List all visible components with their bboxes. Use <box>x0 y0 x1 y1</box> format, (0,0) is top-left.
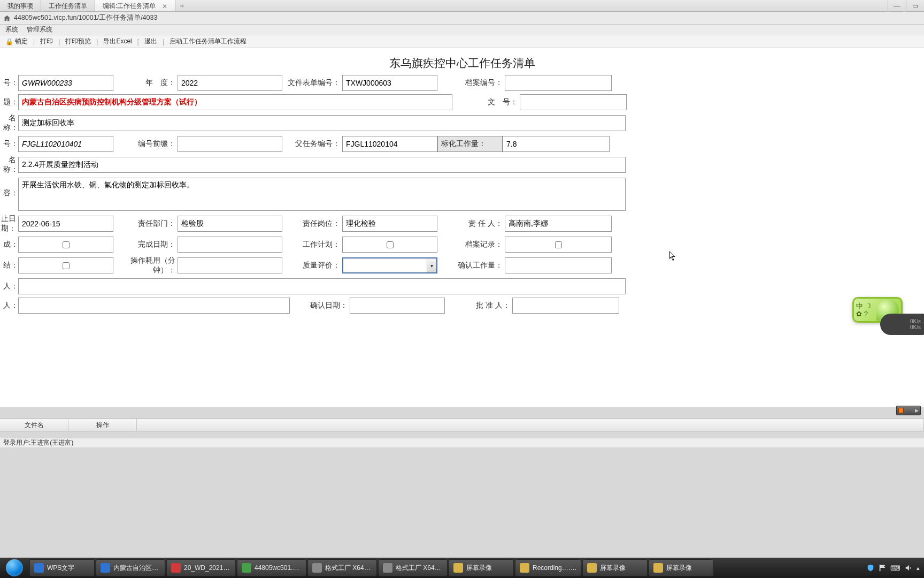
tray-flag-icon[interactable] <box>879 564 886 572</box>
input-biaoti[interactable] <box>18 94 452 110</box>
taskbar-item[interactable]: 屏幕录像 <box>449 559 514 576</box>
window-minimize[interactable]: — <box>888 0 906 12</box>
input-czh[interactable] <box>178 257 282 273</box>
app-icon <box>587 563 597 573</box>
input-bhgzl[interactable] <box>503 136 610 152</box>
input-mingcheng[interactable] <box>18 115 626 131</box>
input-qrgzl[interactable] <box>505 257 612 273</box>
taskbar-label: 20_WD_2021002… <box>184 564 231 572</box>
input-ren2[interactable] <box>18 298 290 314</box>
label-gzjh: 工作计划： <box>282 240 342 249</box>
speed-up: 0K/s <box>910 318 921 324</box>
taskbar-item[interactable]: Recording……. <box>515 559 581 576</box>
print-preview-button[interactable]: 打印预览 <box>62 36 94 47</box>
label-neirong: 容： <box>3 178 18 198</box>
tab-my-items[interactable]: 我的事项 <box>0 0 41 11</box>
input-bianhao2[interactable] <box>18 136 113 152</box>
print-button[interactable]: 打印 <box>37 36 56 47</box>
app-icon <box>453 563 463 573</box>
input-wcrq[interactable] <box>178 237 282 253</box>
input-danganbh[interactable] <box>505 75 612 91</box>
chevron-right-icon: ▶ <box>915 408 919 413</box>
taskbar-label: 内蒙古自治区疾… <box>113 564 160 573</box>
checkbox-dajl[interactable] <box>505 237 612 253</box>
textarea-neirong[interactable]: 开展生活饮用水铁、铜、氟化物的测定加标回收率。 <box>18 178 626 211</box>
network-widget[interactable]: ▶ <box>896 406 921 415</box>
separator-icon: | <box>95 38 99 45</box>
taskbar-item[interactable]: 屏幕录像 <box>582 559 648 576</box>
separator-icon: | <box>32 38 36 45</box>
menu-mgmt-system[interactable]: 管理系统 <box>22 25 57 34</box>
col-filename[interactable]: 文件名 <box>0 419 68 431</box>
label-ren2: 人： <box>3 301 18 310</box>
attachment-grid-header: 文件名 操作 <box>0 419 924 431</box>
label-zrr: 责 任 人： <box>437 219 505 229</box>
col-operation[interactable]: 操作 <box>68 419 137 431</box>
start-workflow-button[interactable]: 启动工作任务清单工作流程 <box>166 36 250 47</box>
select-zlpj[interactable]: ▾ <box>342 257 437 273</box>
start-button[interactable] <box>0 558 29 578</box>
input-zrr[interactable] <box>505 216 612 232</box>
input-ren1[interactable] <box>18 278 626 294</box>
label-mingcheng: 名称： <box>3 113 18 133</box>
tray-shield-icon[interactable] <box>867 564 874 572</box>
chevron-down-icon[interactable]: ▾ <box>427 258 436 272</box>
tab-task-list[interactable]: 工作任务清单 <box>41 0 95 11</box>
input-bhqz[interactable] <box>178 136 282 152</box>
checkbox-jie[interactable] <box>18 257 113 273</box>
export-excel-button[interactable]: 导出Excel <box>100 36 135 47</box>
menu-bar: 系统 管理系统 <box>0 25 924 35</box>
separator-icon: | <box>57 38 61 45</box>
windows-logo-icon <box>6 559 23 576</box>
input-jzrq[interactable] <box>18 216 113 232</box>
tab-label: 我的事项 <box>7 2 33 11</box>
separator-icon: [ <box>136 38 140 45</box>
taskbar-item[interactable]: WPS文字 <box>29 559 95 576</box>
taskbar-item[interactable]: 格式工厂 X64 5.… <box>378 559 448 576</box>
taskbar-item[interactable]: 格式工厂 X64 5.9… <box>307 559 377 576</box>
label-wmc: 名称： <box>3 155 18 174</box>
taskbar-label: 格式工厂 X64 5.9… <box>325 564 372 573</box>
input-niandu[interactable] <box>178 75 282 91</box>
toolbar: 🔒锁定 | 打印 | 打印预览 | 导出Excel [ 退出 | 启动工作任务清… <box>0 35 924 48</box>
input-pzr[interactable] <box>512 298 619 314</box>
exit-button[interactable]: 退出 <box>141 36 160 47</box>
col-blank <box>137 419 924 431</box>
window-maximize[interactable]: ▭ <box>906 0 924 12</box>
taskbar-item[interactable]: 内蒙古自治区疾… <box>96 559 165 576</box>
menu-system[interactable]: 系统 <box>1 25 22 34</box>
tray-keyboard-icon[interactable]: ⌨ <box>890 564 900 572</box>
tab-strip: 我的事项 工作任务清单 编辑:工作任务清单 ✕ ＋ <box>0 0 924 12</box>
taskbar-label: 44805wc501.vic… <box>255 564 302 572</box>
close-icon[interactable]: ✕ <box>162 3 167 10</box>
taskbar-label: 格式工厂 X64 5.… <box>396 564 443 573</box>
input-frwbh[interactable] <box>342 136 437 152</box>
taskbar-item[interactable]: 44805wc501.vic… <box>237 559 306 576</box>
label-niandu: 年 度： <box>113 78 178 88</box>
address-text: 44805wc501.vicp.fun/10001/工作任务清单/4033 <box>14 13 157 22</box>
label-bianhao2: 号： <box>3 139 18 149</box>
tray-volume-icon[interactable] <box>905 564 912 572</box>
checkbox-gzjh[interactable] <box>342 237 437 253</box>
input-wenhao[interactable] <box>520 94 627 110</box>
input-qrrq[interactable] <box>350 298 445 314</box>
tray-expand-icon[interactable]: ▴ <box>917 565 920 572</box>
input-zrgw[interactable] <box>342 216 437 232</box>
system-tray[interactable]: ⌨ ▴ <box>863 558 924 578</box>
input-bianhao[interactable] <box>18 75 113 91</box>
taskbar-label: Recording……. <box>533 564 576 572</box>
label-ren1: 人： <box>3 282 18 291</box>
lock-button[interactable]: 🔒锁定 <box>2 36 31 47</box>
input-wmc[interactable] <box>18 157 626 173</box>
speed-widget[interactable]: 0K/s 0K/s <box>880 314 924 335</box>
label-danganbh: 档案编号： <box>437 78 505 88</box>
home-icon[interactable] <box>3 14 11 22</box>
tab-add-button[interactable]: ＋ <box>175 0 188 11</box>
tab-edit-task[interactable]: 编辑:工作任务清单 ✕ <box>95 0 175 11</box>
input-wjbd[interactable] <box>342 75 437 91</box>
taskbar-item[interactable]: 屏幕录像 <box>649 559 714 576</box>
label-bhqz: 编号前缀： <box>113 139 178 149</box>
input-zrbm[interactable] <box>178 216 282 232</box>
checkbox-cheng[interactable] <box>18 237 113 253</box>
taskbar-item[interactable]: 20_WD_2021002… <box>166 559 236 576</box>
